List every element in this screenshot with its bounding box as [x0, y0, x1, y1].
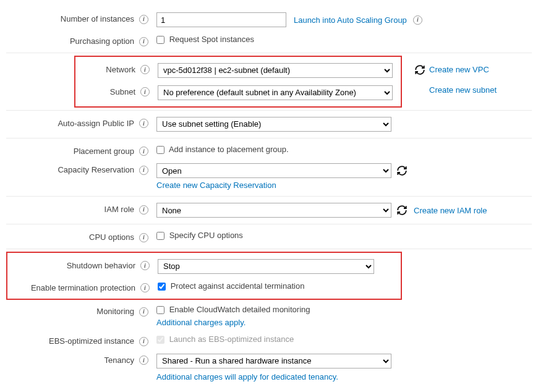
ebs-optimized-label: Launch as EBS-optimized instance	[156, 334, 294, 344]
label-monitoring: Monitoring	[6, 305, 139, 316]
divider	[6, 196, 532, 197]
row-placement-group: Placement group i Add instance to placem…	[6, 141, 532, 160]
network-select[interactable]: vpc-5d012f38 | ec2-subnet (default)	[158, 63, 393, 78]
cpu-options-checkbox[interactable]	[156, 232, 164, 240]
info-icon[interactable]: i	[139, 15, 148, 24]
request-spot-label[interactable]: Request Spot instances	[156, 35, 254, 44]
monitoring-charges-link[interactable]: Additional charges apply.	[156, 318, 532, 327]
label-purchasing-option: Purchasing option	[6, 35, 139, 46]
info-icon[interactable]: i	[139, 307, 148, 317]
row-tenancy: Tenancy i Shared - Run a shared hardware…	[6, 350, 532, 385]
cpu-options-label[interactable]: Specify CPU options	[156, 231, 243, 240]
termination-protection-checkbox[interactable]	[158, 283, 166, 291]
create-iam-role-link[interactable]: Create new IAM role	[414, 206, 487, 215]
label-public-ip: Auto-assign Public IP	[6, 117, 139, 128]
label-shutdown-behavior: Shutdown behavior	[7, 259, 140, 270]
termination-protection-label[interactable]: Protect against accidental termination	[158, 281, 304, 291]
divider	[6, 110, 532, 111]
request-spot-checkbox[interactable]	[156, 36, 164, 44]
info-icon[interactable]: i	[140, 283, 150, 292]
create-vpc-link[interactable]: Create new VPC	[429, 65, 489, 74]
label-iam-role: IAM role	[6, 203, 139, 214]
label-ebs-optimized: EBS-optimized instance	[6, 334, 139, 346]
public-ip-select[interactable]: Use subnet setting (Enable)	[156, 117, 391, 132]
divider	[6, 53, 532, 53]
info-icon[interactable]: i	[139, 356, 148, 365]
create-subnet-link[interactable]: Create new subnet	[429, 85, 497, 95]
label-network: Network	[75, 63, 140, 74]
row-public-ip: Auto-assign Public IP i Use subnet setti…	[6, 113, 532, 135]
info-icon[interactable]: i	[139, 233, 148, 242]
info-icon[interactable]: i	[139, 147, 148, 156]
label-capacity-reservation: Capacity Reservation	[6, 163, 139, 174]
row-subnet: Subnet i No preference (default subnet i…	[75, 82, 401, 104]
info-icon[interactable]: i	[140, 87, 150, 96]
row-shutdown-behavior: Shutdown behavior i Stop	[7, 255, 401, 278]
divider	[6, 224, 532, 224]
highlight-shutdown-termination: Shutdown behavior i Stop Enable terminat…	[6, 252, 402, 300]
row-iam-role: IAM role i None Create new IAM role	[6, 199, 532, 221]
iam-role-select[interactable]: None	[156, 203, 391, 218]
row-purchasing-option: Purchasing option i Request Spot instanc…	[6, 31, 532, 50]
tenancy-charges-link[interactable]: Additional charges will apply for dedica…	[156, 372, 532, 381]
row-number-of-instances: Number of instances i Launch into Auto S…	[6, 9, 532, 31]
row-monitoring: Monitoring i Enable CloudWatch detailed …	[6, 301, 532, 331]
info-icon[interactable]: i	[139, 37, 148, 46]
refresh-icon[interactable]	[396, 165, 408, 176]
placement-group-checkbox[interactable]	[156, 146, 164, 154]
shutdown-behavior-select[interactable]: Stop	[158, 259, 374, 274]
info-icon[interactable]: i	[139, 337, 148, 346]
divider	[6, 138, 532, 138]
row-capacity-reservation: Capacity Reservation i Open Create new C…	[6, 160, 532, 194]
launch-asg-link[interactable]: Launch into Auto Scaling Group	[294, 15, 407, 25]
ebs-optimized-checkbox	[156, 336, 164, 344]
subnet-select[interactable]: No preference (default subnet in any Ava…	[158, 85, 393, 100]
number-of-instances-input[interactable]	[156, 12, 286, 27]
row-cpu-options: CPU options i Specify CPU options	[6, 227, 532, 246]
row-ebs-optimized: EBS-optimized instance i Launch as EBS-o…	[6, 331, 532, 350]
capacity-reservation-select[interactable]: Open	[156, 163, 391, 178]
label-termination-protection: Enable termination protection	[7, 281, 140, 292]
label-placement-group: Placement group	[6, 145, 139, 156]
label-subnet: Subnet	[75, 85, 140, 96]
refresh-icon[interactable]	[414, 64, 425, 75]
info-icon[interactable]: i	[140, 261, 150, 270]
tenancy-select[interactable]: Shared - Run a shared hardware instance	[156, 354, 391, 369]
info-icon[interactable]: i	[140, 65, 150, 74]
label-cpu-options: CPU options	[6, 231, 139, 242]
placement-group-label[interactable]: Add instance to placement group.	[156, 145, 289, 154]
monitoring-checkbox[interactable]	[156, 306, 164, 314]
info-icon[interactable]: i	[139, 119, 148, 128]
info-icon[interactable]: i	[139, 166, 148, 175]
info-icon[interactable]: i	[413, 15, 422, 25]
label-number-of-instances: Number of instances	[6, 12, 139, 23]
create-capacity-reservation-link[interactable]: Create new Capacity Reservation	[156, 181, 276, 190]
refresh-icon[interactable]	[396, 205, 408, 216]
row-termination-protection: Enable termination protection i Protect …	[7, 278, 401, 297]
row-network: Network i vpc-5d012f38 | ec2-subnet (def…	[75, 59, 401, 82]
highlight-network-subnet: Network i vpc-5d012f38 | ec2-subnet (def…	[74, 56, 402, 108]
label-tenancy: Tenancy	[6, 354, 139, 365]
info-icon[interactable]: i	[139, 205, 148, 215]
divider	[6, 249, 532, 249]
monitoring-label[interactable]: Enable CloudWatch detailed monitoring	[156, 305, 532, 314]
